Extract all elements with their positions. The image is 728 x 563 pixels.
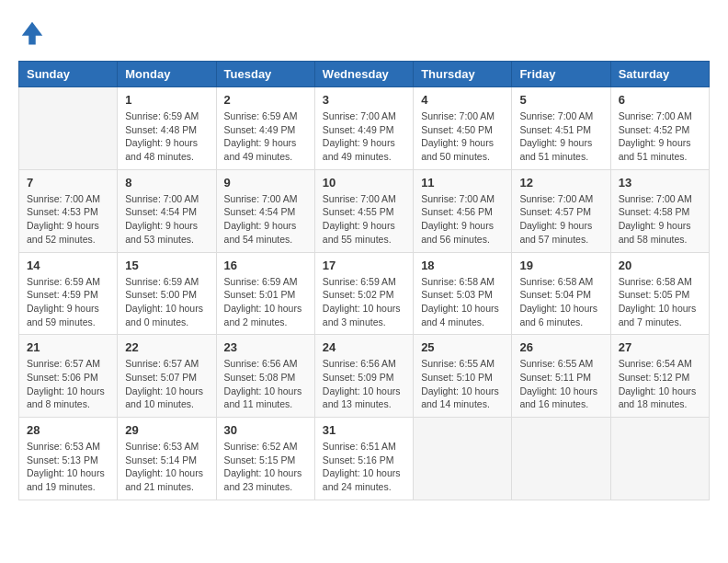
day-info: Sunrise: 7:00 AMSunset: 4:51 PMDaylight:… (519, 109, 602, 164)
day-number: 19 (519, 259, 602, 272)
calendar-cell: 1Sunrise: 6:59 AMSunset: 4:48 PMDaylight… (118, 87, 216, 170)
day-header: Sunday (19, 62, 118, 87)
day-info: Sunrise: 6:59 AMSunset: 5:00 PMDaylight:… (125, 275, 208, 329)
day-info: Sunrise: 6:55 AMSunset: 5:10 PMDaylight:… (421, 357, 504, 411)
calendar-cell: 23Sunrise: 6:56 AMSunset: 5:08 PMDayligh… (216, 335, 314, 418)
day-info: Sunrise: 7:00 AMSunset: 4:54 PMDaylight:… (125, 192, 208, 247)
day-info: Sunrise: 7:00 AMSunset: 4:54 PMDaylight:… (224, 192, 307, 247)
calendar-cell (414, 418, 512, 500)
day-info: Sunrise: 6:57 AMSunset: 5:07 PMDaylight:… (125, 357, 208, 411)
day-number: 22 (125, 340, 208, 354)
calendar-cell: 24Sunrise: 6:56 AMSunset: 5:09 PMDayligh… (314, 335, 413, 418)
day-info: Sunrise: 6:52 AMSunset: 5:15 PMDaylight:… (224, 440, 307, 494)
calendar-cell: 5Sunrise: 7:00 AMSunset: 4:51 PMDaylight… (512, 87, 610, 170)
day-info: Sunrise: 6:56 AMSunset: 5:09 PMDaylight:… (323, 357, 405, 411)
day-info: Sunrise: 7:00 AMSunset: 4:53 PMDaylight:… (27, 192, 109, 247)
day-number: 4 (421, 93, 504, 107)
calendar-cell (610, 418, 709, 500)
calendar-week: 28Sunrise: 6:53 AMSunset: 5:13 PMDayligh… (19, 418, 710, 500)
calendar-cell (19, 87, 118, 170)
day-number: 5 (519, 93, 602, 107)
day-info: Sunrise: 6:59 AMSunset: 5:02 PMDaylight:… (323, 275, 405, 329)
calendar-cell: 12Sunrise: 7:00 AMSunset: 4:57 PMDayligh… (512, 169, 610, 252)
calendar-cell: 16Sunrise: 6:59 AMSunset: 5:01 PMDayligh… (216, 252, 314, 335)
calendar-cell: 18Sunrise: 6:58 AMSunset: 5:03 PMDayligh… (414, 252, 512, 335)
day-number: 16 (224, 259, 307, 272)
day-number: 7 (27, 176, 109, 190)
day-number: 25 (421, 340, 504, 354)
day-number: 2 (224, 93, 307, 107)
day-info: Sunrise: 6:59 AMSunset: 5:01 PMDaylight:… (224, 275, 307, 329)
day-number: 3 (323, 93, 405, 107)
calendar-week: 14Sunrise: 6:59 AMSunset: 4:59 PMDayligh… (19, 252, 710, 335)
calendar-cell (512, 418, 610, 500)
day-info: Sunrise: 6:58 AMSunset: 5:03 PMDaylight:… (421, 275, 504, 329)
calendar-cell: 20Sunrise: 6:58 AMSunset: 5:05 PMDayligh… (610, 252, 709, 335)
day-info: Sunrise: 6:57 AMSunset: 5:06 PMDaylight:… (27, 357, 109, 411)
day-number: 6 (619, 93, 701, 107)
day-info: Sunrise: 7:00 AMSunset: 4:49 PMDaylight:… (323, 109, 405, 164)
calendar-cell: 8Sunrise: 7:00 AMSunset: 4:54 PMDaylight… (118, 169, 216, 252)
day-number: 10 (323, 176, 405, 190)
calendar-table: SundayMondayTuesdayWednesdayThursdayFrid… (18, 61, 710, 500)
day-number: 20 (619, 259, 701, 272)
day-info: Sunrise: 6:51 AMSunset: 5:16 PMDaylight:… (323, 440, 405, 494)
day-info: Sunrise: 7:00 AMSunset: 4:58 PMDaylight:… (619, 192, 701, 247)
day-header: Saturday (610, 62, 709, 87)
logo (18, 18, 50, 46)
calendar-cell: 7Sunrise: 7:00 AMSunset: 4:53 PMDaylight… (19, 169, 118, 252)
calendar-cell: 15Sunrise: 6:59 AMSunset: 5:00 PMDayligh… (118, 252, 216, 335)
calendar-cell: 26Sunrise: 6:55 AMSunset: 5:11 PMDayligh… (512, 335, 610, 418)
day-number: 23 (224, 340, 307, 354)
day-header: Thursday (414, 62, 512, 87)
day-info: Sunrise: 6:53 AMSunset: 5:14 PMDaylight:… (125, 440, 208, 494)
calendar-cell: 29Sunrise: 6:53 AMSunset: 5:14 PMDayligh… (118, 418, 216, 500)
day-info: Sunrise: 7:00 AMSunset: 4:50 PMDaylight:… (421, 109, 504, 164)
calendar-cell: 27Sunrise: 6:54 AMSunset: 5:12 PMDayligh… (610, 335, 709, 418)
calendar-cell: 25Sunrise: 6:55 AMSunset: 5:10 PMDayligh… (414, 335, 512, 418)
day-number: 27 (619, 340, 701, 354)
day-info: Sunrise: 7:00 AMSunset: 4:55 PMDaylight:… (323, 192, 405, 247)
day-number: 1 (125, 93, 208, 107)
day-header: Monday (118, 62, 216, 87)
day-info: Sunrise: 6:55 AMSunset: 5:11 PMDaylight:… (519, 357, 602, 411)
calendar-cell: 4Sunrise: 7:00 AMSunset: 4:50 PMDaylight… (414, 87, 512, 170)
calendar-cell: 11Sunrise: 7:00 AMSunset: 4:56 PMDayligh… (414, 169, 512, 252)
calendar-cell: 3Sunrise: 7:00 AMSunset: 4:49 PMDaylight… (314, 87, 413, 170)
calendar-header: SundayMondayTuesdayWednesdayThursdayFrid… (19, 62, 710, 87)
svg-marker-0 (22, 22, 43, 45)
day-number: 30 (224, 423, 307, 437)
calendar-week: 1Sunrise: 6:59 AMSunset: 4:48 PMDaylight… (19, 87, 710, 170)
day-info: Sunrise: 6:59 AMSunset: 4:48 PMDaylight:… (125, 109, 208, 164)
day-number: 24 (323, 340, 405, 354)
calendar-cell: 6Sunrise: 7:00 AMSunset: 4:52 PMDaylight… (610, 87, 709, 170)
calendar-week: 7Sunrise: 7:00 AMSunset: 4:53 PMDaylight… (19, 169, 710, 252)
day-number: 8 (125, 176, 208, 190)
day-number: 31 (323, 423, 405, 437)
logo-icon (18, 18, 46, 46)
calendar-cell: 31Sunrise: 6:51 AMSunset: 5:16 PMDayligh… (314, 418, 413, 500)
day-info: Sunrise: 7:00 AMSunset: 4:56 PMDaylight:… (421, 192, 504, 247)
day-number: 26 (519, 340, 602, 354)
day-info: Sunrise: 7:00 AMSunset: 4:52 PMDaylight:… (619, 109, 701, 164)
day-info: Sunrise: 6:58 AMSunset: 5:04 PMDaylight:… (519, 275, 602, 329)
calendar-week: 21Sunrise: 6:57 AMSunset: 5:06 PMDayligh… (19, 335, 710, 418)
day-header: Wednesday (314, 62, 413, 87)
day-info: Sunrise: 6:53 AMSunset: 5:13 PMDaylight:… (27, 440, 109, 494)
day-info: Sunrise: 6:56 AMSunset: 5:08 PMDaylight:… (224, 357, 307, 411)
day-number: 11 (421, 176, 504, 190)
calendar-cell: 14Sunrise: 6:59 AMSunset: 4:59 PMDayligh… (19, 252, 118, 335)
day-number: 13 (619, 176, 701, 190)
calendar-cell: 13Sunrise: 7:00 AMSunset: 4:58 PMDayligh… (610, 169, 709, 252)
calendar-cell: 19Sunrise: 6:58 AMSunset: 5:04 PMDayligh… (512, 252, 610, 335)
day-header: Tuesday (216, 62, 314, 87)
day-number: 14 (27, 259, 109, 272)
day-number: 18 (421, 259, 504, 272)
day-info: Sunrise: 6:54 AMSunset: 5:12 PMDaylight:… (619, 357, 701, 411)
page-header (18, 18, 710, 46)
day-number: 9 (224, 176, 307, 190)
calendar-cell: 9Sunrise: 7:00 AMSunset: 4:54 PMDaylight… (216, 169, 314, 252)
calendar-body: 1Sunrise: 6:59 AMSunset: 4:48 PMDaylight… (19, 87, 710, 500)
calendar-cell: 30Sunrise: 6:52 AMSunset: 5:15 PMDayligh… (216, 418, 314, 500)
day-header: Friday (512, 62, 610, 87)
